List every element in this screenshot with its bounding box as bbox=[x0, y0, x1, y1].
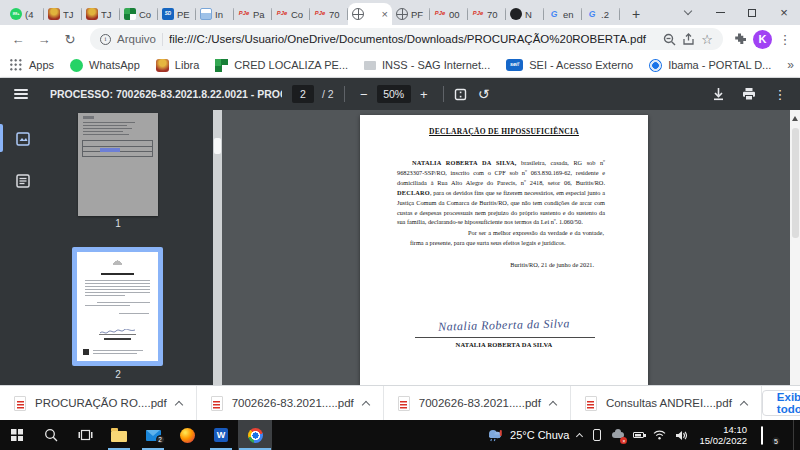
download-item[interactable]: 7002626-83.2021.....pdf bbox=[384, 386, 571, 420]
thumb1-highlight bbox=[100, 148, 120, 152]
profile-avatar[interactable]: K bbox=[753, 30, 772, 49]
volume-icon[interactable] bbox=[674, 428, 687, 442]
browser-tab[interactable]: TJ × bbox=[44, 3, 82, 25]
zoom-out-button[interactable]: − bbox=[355, 87, 373, 102]
task-view-button[interactable] bbox=[68, 420, 102, 450]
phone-link-icon[interactable] bbox=[590, 428, 603, 442]
extensions-icon[interactable] bbox=[733, 32, 747, 46]
new-tab-button[interactable]: + bbox=[624, 3, 648, 25]
wifi-icon[interactable] bbox=[653, 428, 666, 442]
download-item[interactable]: PROCURAÇÃO RO....pdf bbox=[0, 386, 197, 420]
browser-tab[interactable]: PJe Co × bbox=[272, 3, 310, 25]
browser-menu-icon[interactable]: ⋮ bbox=[778, 32, 792, 47]
browser-tab[interactable]: In × bbox=[196, 3, 234, 25]
print-button[interactable] bbox=[742, 87, 756, 101]
browser-tab[interactable]: TJ × bbox=[82, 3, 120, 25]
rotate-button[interactable]: ↺ bbox=[475, 86, 493, 102]
page-number-input[interactable]: 2 bbox=[292, 85, 314, 103]
download-options-chevron-icon[interactable] bbox=[174, 400, 182, 408]
browser-tab[interactable]: G en × bbox=[544, 3, 582, 25]
downloads-bar: PROCURAÇÃO RO....pdf 7002626-83.2021....… bbox=[0, 385, 800, 420]
taskbar-clock[interactable]: 14:10 15/02/2022 bbox=[699, 424, 747, 446]
download-item[interactable]: Consultas ANDREI....pdf bbox=[571, 386, 762, 420]
url-text: file:///C:/Users/Usuario/OneDrive/Docume… bbox=[169, 33, 657, 45]
bookmarks-right: » Lista de leitura bbox=[787, 58, 800, 72]
bookmark-label: Libra bbox=[175, 59, 199, 71]
bookmark-favicon bbox=[364, 61, 376, 70]
chrome-button-active[interactable] bbox=[238, 420, 272, 450]
mail-button[interactable]: 2 bbox=[136, 420, 170, 450]
browser-tab[interactable]: SD PE × bbox=[158, 3, 196, 25]
browser-tab[interactable]: PF × bbox=[392, 3, 430, 25]
browser-tab[interactable]: Co × bbox=[120, 3, 158, 25]
battery-icon[interactable] bbox=[632, 428, 645, 442]
download-options-chevron-icon[interactable] bbox=[740, 400, 748, 408]
tab-close-icon[interactable]: × bbox=[382, 9, 388, 20]
browser-tab[interactable]: N × bbox=[506, 3, 544, 25]
pdf-more-options-icon[interactable]: ⋮ bbox=[773, 87, 787, 102]
tab-label: TJ bbox=[63, 9, 78, 20]
download-item[interactable]: 7002626-83.2021.....pdf bbox=[197, 386, 384, 420]
bookmark-items: Apps WhatsApp Libra CRED LOCALIZA PE... bbox=[10, 59, 771, 72]
download-filename: Consultas ANDREI....pdf bbox=[606, 397, 732, 409]
download-button[interactable] bbox=[712, 87, 725, 101]
tab-favicon: PJe bbox=[276, 8, 288, 20]
thumbnails-view-icon[interactable] bbox=[15, 131, 31, 147]
browser-tab[interactable]: × bbox=[348, 3, 392, 25]
zoom-in-button[interactable]: + bbox=[415, 87, 433, 102]
bookmark-item[interactable]: sei! SEI - Acesso Externo bbox=[506, 59, 633, 71]
show-all-downloads-button[interactable]: Exibir todos bbox=[762, 390, 800, 416]
browser-tab[interactable]: 99+ (4 × bbox=[6, 3, 44, 25]
bookmark-item[interactable]: WhatsApp bbox=[70, 59, 140, 72]
show-desktop-button[interactable] bbox=[793, 420, 796, 450]
onedrive-status-icon[interactable]: × bbox=[611, 428, 624, 442]
page-info-icon[interactable]: i bbox=[100, 34, 111, 45]
outline-view-icon[interactable] bbox=[15, 173, 31, 189]
bookmark-item[interactable]: INSS - SAG Internet... bbox=[364, 59, 490, 71]
bookmarks-overflow-icon[interactable]: » bbox=[787, 58, 794, 72]
browser-tab[interactable]: G .2 × bbox=[582, 3, 620, 25]
browser-tab[interactable]: PJe Pa × bbox=[234, 3, 272, 25]
firefox-button[interactable] bbox=[170, 420, 204, 450]
back-button[interactable]: ← bbox=[8, 32, 28, 47]
word-button[interactable]: W bbox=[204, 420, 238, 450]
reload-button[interactable]: ↻ bbox=[60, 32, 80, 47]
zoom-out-icon[interactable] bbox=[663, 33, 676, 46]
sidebar-scrollbar[interactable] bbox=[213, 110, 222, 385]
scrollbar-thumb[interactable] bbox=[792, 128, 799, 238]
browser-tab[interactable]: PJe 70 × bbox=[310, 3, 348, 25]
forward-button[interactable]: → bbox=[34, 32, 54, 47]
thumbnail-page-1[interactable] bbox=[78, 113, 158, 216]
tab-label: Pa bbox=[253, 9, 268, 20]
scrollbar-up-arrow[interactable] bbox=[792, 116, 798, 121]
share-icon[interactable] bbox=[682, 33, 695, 46]
download-options-chevron-icon[interactable] bbox=[362, 400, 370, 408]
address-bar[interactable]: i Arquivo file:///C:/Users/Usuario/OneDr… bbox=[90, 28, 723, 50]
download-options-chevron-icon[interactable] bbox=[549, 400, 557, 408]
thumbnail-page-2-selected[interactable] bbox=[72, 247, 163, 366]
tab-favicon-glyph: PJe bbox=[277, 11, 287, 17]
start-button[interactable] bbox=[0, 420, 34, 450]
bookmark-item[interactable]: Ibama - PORTAL D... bbox=[649, 59, 771, 72]
sidebar-active-indicator bbox=[0, 124, 3, 152]
file-explorer-button[interactable] bbox=[102, 420, 136, 450]
bookmark-item[interactable]: CRED LOCALIZA PE... bbox=[215, 59, 348, 72]
window-minimize-button[interactable] bbox=[704, 0, 736, 25]
zoom-level-input[interactable]: 50% bbox=[377, 85, 411, 103]
bookmark-item[interactable]: Apps bbox=[10, 59, 54, 72]
window-maximize-button[interactable] bbox=[736, 0, 768, 25]
bookmark-star-icon[interactable]: ☆ bbox=[701, 32, 713, 47]
window-close-button[interactable]: × bbox=[768, 0, 800, 25]
clock-time: 14:10 bbox=[699, 424, 747, 435]
notification-center-button[interactable]: 5 bbox=[761, 427, 777, 443]
fit-to-page-button[interactable] bbox=[454, 88, 467, 101]
tray-expand-icon[interactable] bbox=[577, 432, 582, 439]
taskbar-search-button[interactable] bbox=[34, 420, 68, 450]
bookmark-item[interactable]: Libra bbox=[156, 59, 199, 72]
browser-tab[interactable]: PJe 00 × bbox=[430, 3, 468, 25]
viewer-scrollbar[interactable] bbox=[790, 110, 800, 385]
browser-tab[interactable]: PJe 70 × bbox=[468, 3, 506, 25]
tab-search-chevron-icon[interactable] bbox=[672, 0, 704, 25]
pdf-menu-icon[interactable] bbox=[14, 89, 28, 99]
taskbar-weather[interactable]: 25°C Chuva bbox=[486, 428, 569, 442]
